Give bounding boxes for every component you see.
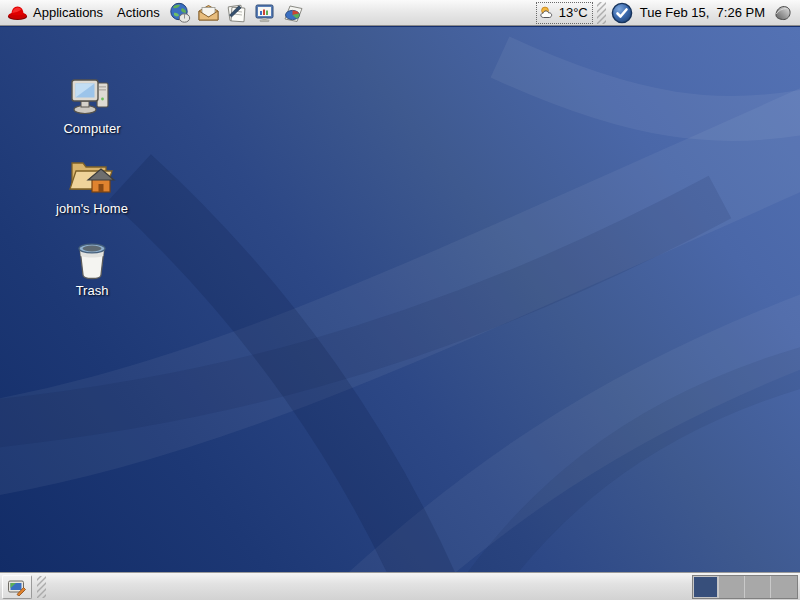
update-notification-applet[interactable] (610, 1, 634, 25)
applications-menu[interactable]: Applications (3, 1, 110, 25)
clock-text: Tue Feb 15, 7:26 PM (640, 5, 765, 20)
volume-applet[interactable] (771, 1, 795, 25)
desktop-icon-trash[interactable]: Trash (40, 239, 144, 298)
spreadsheet-icon (281, 2, 304, 24)
web-browser-launcher[interactable] (168, 1, 194, 25)
desktop-icon-label: Trash (76, 284, 109, 298)
spreadsheet-launcher[interactable] (280, 1, 306, 25)
applications-menu-label: Applications (33, 5, 103, 20)
speaker-icon (773, 3, 793, 23)
tasklist-drag-handle[interactable] (37, 576, 46, 598)
trash-can-icon (72, 239, 112, 281)
weather-applet[interactable]: 13°C (536, 2, 593, 24)
workspace-4[interactable] (771, 576, 797, 598)
desktop[interactable]: Computer john's Home (0, 27, 800, 572)
workspace-2[interactable] (719, 576, 745, 598)
desktop-icon-label: Computer (63, 122, 120, 136)
weather-cloud-icon (539, 5, 557, 21)
web-browser-icon (169, 2, 192, 24)
redhat-logo-icon (7, 4, 28, 22)
computer-icon (69, 77, 115, 119)
presentation-icon (253, 2, 276, 24)
presentation-launcher[interactable] (252, 1, 278, 25)
clock-applet[interactable]: Tue Feb 15, 7:26 PM (636, 1, 771, 25)
desktop-icon-computer[interactable]: Computer (40, 77, 144, 136)
email-launcher[interactable] (196, 1, 222, 25)
home-folder-icon (66, 155, 118, 199)
workspace-1[interactable] (693, 576, 719, 598)
word-processor-icon (225, 2, 248, 24)
applet-drag-handle[interactable] (597, 2, 606, 24)
weather-temperature: 13°C (559, 5, 588, 20)
actions-menu-label: Actions (117, 5, 160, 20)
word-processor-launcher[interactable] (224, 1, 250, 25)
show-desktop-icon (7, 578, 27, 596)
workspace-3[interactable] (745, 576, 771, 598)
top-panel: Applications Actions (0, 0, 800, 26)
desktop-icon-label: john's Home (56, 202, 128, 216)
actions-menu[interactable]: Actions (110, 1, 167, 25)
update-ok-check-icon (611, 2, 633, 24)
email-icon (197, 2, 220, 24)
bottom-panel (0, 572, 800, 600)
show-desktop-button[interactable] (2, 575, 32, 599)
workspace-switcher (692, 575, 798, 599)
desktop-icon-home[interactable]: john's Home (40, 155, 144, 216)
